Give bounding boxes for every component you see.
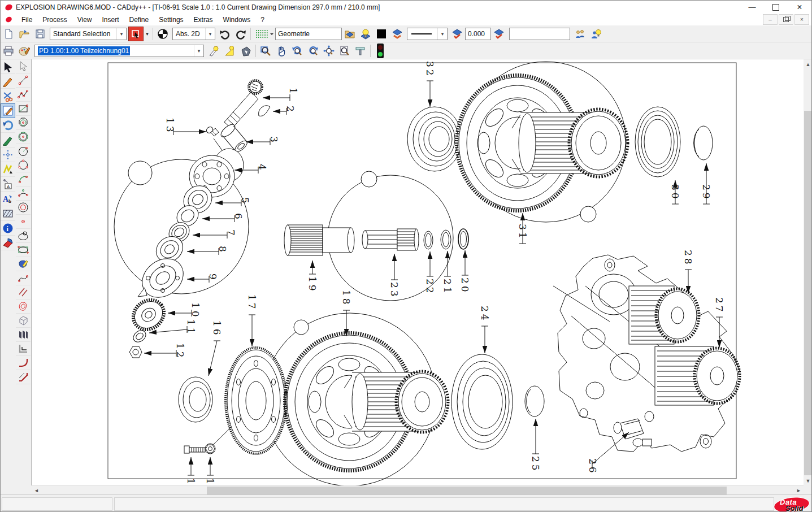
part-label-17[interactable]: 17 [246, 294, 258, 311]
part-ring-29[interactable] [694, 126, 713, 160]
part-label-27[interactable]: 27 [714, 297, 725, 314]
pan-button[interactable] [274, 44, 289, 58]
tool-polyline-yellow[interactable] [1, 162, 15, 177]
part-bearing-32[interactable] [407, 107, 462, 171]
redraw-button[interactable] [353, 44, 368, 58]
part-pinion-shaft-1[interactable] [224, 80, 262, 129]
tool-point[interactable] [16, 215, 31, 229]
scroll-down-button[interactable]: ▼ [804, 476, 812, 485]
selection-mode-combo[interactable]: Standard Selection ▾ [50, 28, 127, 40]
tool-slabs[interactable] [16, 328, 31, 342]
menu-view[interactable]: View [72, 15, 97, 25]
tool-spline[interactable] [16, 271, 31, 285]
part-label-4[interactable]: 4 [257, 164, 268, 172]
part-label-1[interactable]: 1 [288, 88, 299, 96]
zoom-next-button[interactable] [306, 44, 320, 58]
drawing-properties-button[interactable] [17, 44, 32, 58]
grid-settings-button[interactable] [253, 27, 275, 41]
tool-modify-selected[interactable] [1, 103, 15, 118]
minimize-button[interactable]: — [740, 1, 764, 14]
attribute-input[interactable] [509, 28, 570, 40]
part-label-28[interactable]: 28 [683, 250, 694, 267]
vertical-scroll-thumb[interactable] [804, 111, 812, 475]
part-label-2[interactable]: 2 [285, 106, 296, 114]
drawing-svg[interactable]: 1 2 13 3 4 5 6 7 8 9 10 11 12 19 23 22 2 [32, 59, 804, 485]
part-label-29[interactable]: 29 [701, 184, 712, 201]
person-bulb-button[interactable] [589, 27, 603, 41]
scroll-left-button[interactable]: ◄ [32, 486, 41, 494]
tool-ellipse-rect[interactable] [16, 243, 31, 257]
menu-insert[interactable]: Insert [97, 15, 124, 25]
part-label-21[interactable]: 21 [442, 279, 453, 296]
menu-define[interactable]: Define [124, 15, 154, 25]
tool-select-white[interactable] [16, 59, 31, 73]
zoom-window-button[interactable] [258, 44, 273, 58]
tool-select-arrow[interactable] [1, 59, 15, 74]
part-label-12[interactable]: 12 [175, 343, 186, 360]
group-name-input[interactable]: Geometrie [275, 28, 342, 40]
new-file-button[interactable] [1, 27, 16, 41]
scroll-right-button[interactable]: ► [794, 486, 804, 494]
tool-text[interactable]: Ab [1, 192, 15, 206]
zoom-extents-button[interactable] [322, 44, 336, 58]
close-button[interactable]: × [788, 1, 811, 14]
save-button[interactable] [33, 27, 47, 41]
menu-windows[interactable]: Windows [218, 15, 256, 25]
part-flange-gear-17[interactable] [225, 348, 286, 454]
tool-donut[interactable] [16, 201, 31, 215]
part-shaft-23[interactable] [362, 229, 419, 250]
part-splined-shaft-27[interactable] [655, 346, 740, 405]
mdi-minimize-button[interactable]: – [763, 14, 778, 25]
tool-parallel-lines[interactable] [16, 285, 31, 300]
part-oring-22[interactable] [424, 231, 433, 249]
tool-offset[interactable] [16, 342, 31, 356]
part-label-3[interactable]: 3 [268, 136, 280, 145]
part-rings-30[interactable] [635, 107, 680, 177]
part-label-23[interactable]: 23 [389, 282, 400, 299]
tool-hatch[interactable] [1, 206, 15, 221]
layer-visibility-button[interactable] [358, 27, 373, 41]
color-swatch-button[interactable] [374, 27, 389, 41]
part-label-5[interactable]: 5 [240, 197, 251, 206]
coordinate-mode-combo[interactable]: Abs. 2D ▾ [172, 28, 215, 40]
tool-fill[interactable] [16, 257, 31, 271]
tool-arc-green[interactable] [16, 172, 31, 186]
part-label-7[interactable]: 7 [225, 229, 237, 238]
zoom-previous-button[interactable] [290, 44, 305, 58]
tool-trim[interactable] [1, 89, 15, 103]
part-label-11[interactable]: 11 [185, 319, 197, 336]
origin-button[interactable] [155, 27, 170, 41]
part-label-16[interactable]: 16 [211, 320, 223, 337]
part-splined-shaft-18[interactable] [344, 371, 448, 432]
maximize-button[interactable] [764, 1, 788, 14]
part-bearing-16[interactable] [179, 377, 212, 422]
part-label-30[interactable]: 30 [670, 184, 681, 201]
print-button[interactable] [1, 44, 16, 58]
layer-apply-2-button[interactable] [492, 27, 506, 41]
tool-arc-3pt[interactable] [16, 186, 31, 201]
ruler-light-button[interactable] [223, 44, 237, 58]
layer-apply-button[interactable] [450, 27, 464, 41]
redo-button[interactable] [233, 27, 248, 41]
horizontal-scrollbar[interactable]: ◄ ► [32, 485, 804, 494]
part-gasket-9[interactable] [134, 251, 191, 306]
part-label-31[interactable]: 31 [517, 224, 528, 241]
part-label-26[interactable]: 26 [587, 458, 598, 475]
line-style-combo[interactable]: ▾ [407, 28, 448, 40]
tool-contour[interactable] [16, 300, 31, 314]
selection-tool-button[interactable] [128, 27, 144, 41]
layer-stack-button[interactable] [390, 27, 405, 41]
part-label-14[interactable]: 14 [185, 478, 197, 485]
drawing-sheet-combo[interactable]: PD 1.00:1.00 Teilzeichnung01 ▾ [34, 45, 204, 57]
part-label-8[interactable]: 8 [217, 246, 228, 254]
part-label-15[interactable]: 15 [205, 478, 216, 485]
part-label-10[interactable]: 10 [190, 302, 201, 319]
part-plug-25[interactable] [525, 386, 544, 416]
part-label-32[interactable]: 32 [424, 61, 436, 78]
tool-info[interactable]: i [1, 221, 15, 236]
menu-file[interactable]: File [16, 15, 37, 25]
line-width-input[interactable]: 0.000 [465, 28, 491, 40]
tool-rotate[interactable] [1, 118, 15, 133]
tool-chamfer[interactable] [16, 370, 31, 384]
tool-fillet[interactable] [16, 356, 31, 370]
